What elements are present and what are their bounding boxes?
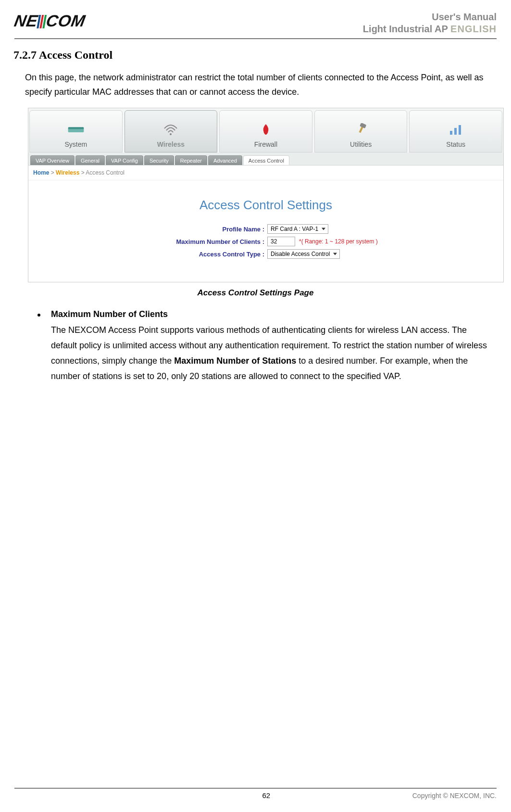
label-control-type: Access Control Type : — [120, 251, 267, 258]
select-control-type[interactable]: Disable Access Control — [267, 249, 340, 259]
breadcrumb: Home > Wireless > Access Control — [28, 165, 503, 180]
sub-tab-bar: VAP Overview General VAP Config Security… — [28, 152, 503, 165]
status-icon — [447, 121, 464, 139]
document-titles: User's Manual Light Industrial AP ENGLIS… — [363, 12, 497, 35]
logo-text-right: COM — [45, 12, 87, 30]
subtab-security[interactable]: Security — [144, 155, 174, 165]
tab-utilities[interactable]: Utilities — [314, 110, 408, 152]
tab-wireless[interactable]: Wireless — [125, 110, 218, 152]
tab-status[interactable]: Status — [409, 110, 502, 152]
bullet-text: The NEXCOM Access Point supports various… — [51, 322, 488, 384]
firewall-icon — [257, 121, 274, 139]
doc-language: ENGLISH — [450, 24, 497, 34]
row-profile-name: Profile Name : RF Card A : VAP-1 — [38, 224, 494, 234]
document-footer: 62 Copyright © NEXCOM, INC. — [0, 788, 511, 799]
main-tab-bar: System Wireless Firewall Utilities — [28, 108, 503, 152]
wifi-icon — [162, 121, 179, 139]
tab-label: Status — [446, 140, 465, 148]
page-number: 62 — [120, 791, 412, 799]
logo-text-left: NE — [13, 12, 39, 30]
hint-max-clients: *( Range: 1 ~ 128 per system ) — [299, 238, 378, 245]
list-item: Maximum Number of Clients The NEXCOM Acc… — [37, 309, 488, 384]
breadcrumb-current: Access Control — [86, 169, 125, 176]
svg-rect-7 — [459, 125, 461, 135]
subtab-advanced[interactable]: Advanced — [208, 155, 242, 165]
subtab-repeater[interactable]: Repeater — [175, 155, 207, 165]
row-control-type: Access Control Type : Disable Access Con… — [38, 249, 494, 259]
embedded-screenshot: System Wireless Firewall Utilities — [28, 108, 504, 282]
subtab-vap-config[interactable]: VAP Config — [106, 155, 143, 165]
settings-title: Access Control Settings — [38, 198, 494, 213]
svg-rect-6 — [454, 128, 457, 135]
breadcrumb-sep: > — [51, 169, 54, 176]
breadcrumb-wireless[interactable]: Wireless — [56, 169, 79, 176]
bullet-icon — [37, 314, 40, 317]
router-icon — [67, 121, 85, 139]
label-profile-name: Profile Name : — [120, 226, 267, 233]
bullet-title: Maximum Number of Clients — [51, 309, 488, 319]
section-heading: 7.2.7 Access Control — [13, 49, 498, 62]
doc-title-line2: Light Industrial AP — [363, 24, 448, 34]
tools-icon — [352, 121, 370, 139]
breadcrumb-home[interactable]: Home — [33, 169, 49, 176]
nexcom-logo: NE COM — [13, 12, 87, 30]
svg-rect-1 — [68, 127, 84, 129]
settings-panel: Access Control Settings Profile Name : R… — [28, 180, 503, 282]
tab-system[interactable]: System — [29, 110, 123, 152]
figure-caption: Access Control Settings Page — [13, 288, 498, 298]
bullet-list: Maximum Number of Clients The NEXCOM Acc… — [37, 309, 488, 384]
copyright: Copyright © NEXCOM, INC. — [412, 792, 497, 799]
label-max-clients: Maximum Number of Clients : — [120, 238, 267, 245]
subtab-access-control[interactable]: Access Control — [243, 155, 289, 165]
bullet-text-strong: Maximum Number of Stations — [174, 356, 296, 366]
tab-label: System — [64, 140, 87, 148]
document-header: NE COM User's Manual Light Industrial AP… — [0, 0, 511, 35]
select-profile-name[interactable]: RF Card A : VAP-1 — [267, 224, 328, 234]
breadcrumb-sep: > — [81, 169, 85, 176]
tab-label: Wireless — [157, 140, 185, 148]
subtab-general[interactable]: General — [75, 155, 105, 165]
input-max-clients[interactable]: 32 — [267, 237, 295, 246]
tab-firewall[interactable]: Firewall — [219, 110, 312, 152]
svg-point-2 — [170, 133, 172, 135]
doc-title-line1: User's Manual — [432, 12, 497, 22]
footer-divider — [14, 788, 497, 788]
section-intro: On this page, the network administrator … — [25, 70, 498, 99]
row-max-clients: Maximum Number of Clients : 32 *( Range:… — [38, 237, 494, 246]
tab-label: Firewall — [254, 140, 277, 148]
subtab-vap-overview[interactable]: VAP Overview — [30, 155, 75, 165]
svg-rect-5 — [450, 131, 452, 135]
tab-label: Utilities — [350, 140, 372, 148]
